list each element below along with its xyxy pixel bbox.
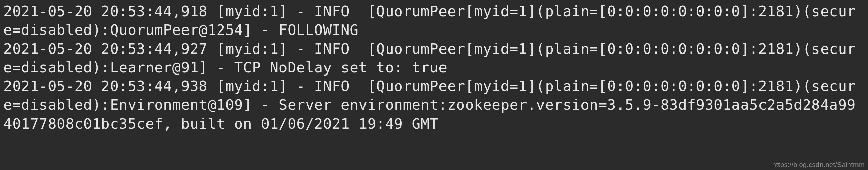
watermark-text: https://blog.csdn.net/Saintmm bbox=[772, 161, 865, 169]
terminal-log-output[interactable]: 2021-05-20 20:53:44,918 [myid:1] - INFO … bbox=[0, 0, 868, 135]
